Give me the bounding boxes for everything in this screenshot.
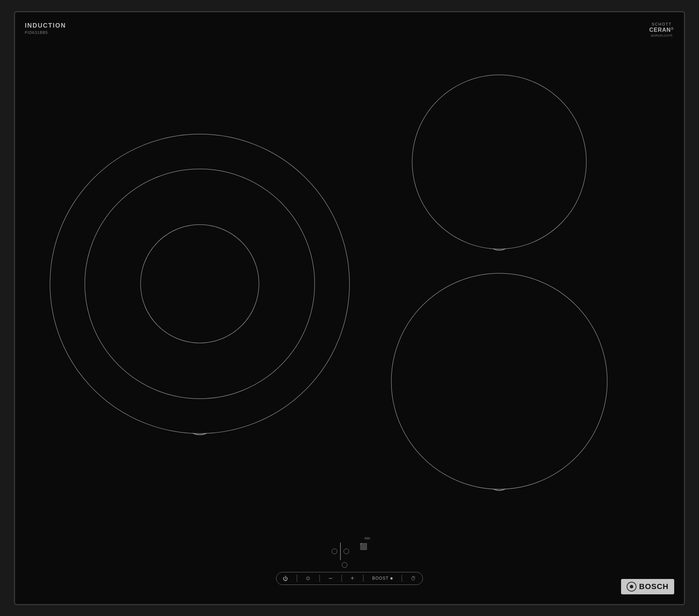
min-label: min bbox=[365, 536, 370, 540]
minus-icon[interactable]: − bbox=[329, 574, 333, 582]
zone-circle-2 bbox=[344, 549, 349, 554]
left-zone-controls bbox=[332, 543, 349, 568]
burner-svg bbox=[15, 12, 684, 604]
vertical-divider-1 bbox=[340, 543, 341, 560]
power-button[interactable]: ⏻ bbox=[283, 575, 288, 581]
left-burner-outer bbox=[50, 134, 350, 433]
bosch-logo-inner bbox=[630, 585, 633, 588]
lock-button[interactable]: ⊙ bbox=[306, 575, 311, 581]
divider-1 bbox=[297, 575, 297, 582]
timer-button[interactable]: ⏱ bbox=[411, 575, 416, 581]
cooktop-surface: INDUCTION PID631BB5 SCHOTT CERAN® BOROFL… bbox=[14, 11, 685, 605]
top-right-burner bbox=[412, 75, 586, 249]
zone-circle-1 bbox=[332, 549, 337, 554]
bosch-logo-circle bbox=[627, 582, 636, 592]
plus-icon[interactable]: + bbox=[351, 575, 354, 582]
plus-button[interactable]: + bbox=[351, 575, 354, 582]
bosch-logo: BOSCH bbox=[621, 579, 674, 594]
divider-2 bbox=[319, 575, 320, 582]
bottom-right-burner bbox=[391, 273, 607, 489]
power-icon[interactable]: ⏻ bbox=[283, 575, 288, 581]
minus-button[interactable]: − bbox=[329, 574, 333, 582]
timer-icon-area: min ⬛ bbox=[360, 543, 367, 550]
boost-star: ✱ bbox=[390, 577, 393, 580]
control-panel: min ⬛ ⏻ ⊙ − + bbox=[276, 543, 423, 585]
divider-4 bbox=[363, 575, 363, 582]
left-burner-inner bbox=[140, 224, 259, 343]
left-burner-middle bbox=[85, 169, 315, 399]
main-control-bar[interactable]: ⏻ ⊙ − + BOOST ✱ ⏱ bbox=[276, 572, 423, 585]
timer-icon[interactable]: ⏱ bbox=[411, 575, 416, 581]
control-symbols: min ⬛ bbox=[332, 543, 367, 568]
boost-button[interactable]: BOOST ✱ bbox=[372, 576, 393, 581]
divider-5 bbox=[402, 575, 402, 582]
boost-label: BOOST bbox=[372, 576, 389, 581]
divider-3 bbox=[341, 575, 342, 582]
bosch-text: BOSCH bbox=[639, 582, 669, 591]
timer-symbol: ⬛ bbox=[360, 543, 367, 550]
zone-circle-3 bbox=[342, 562, 347, 568]
lock-icon[interactable]: ⊙ bbox=[306, 575, 311, 581]
